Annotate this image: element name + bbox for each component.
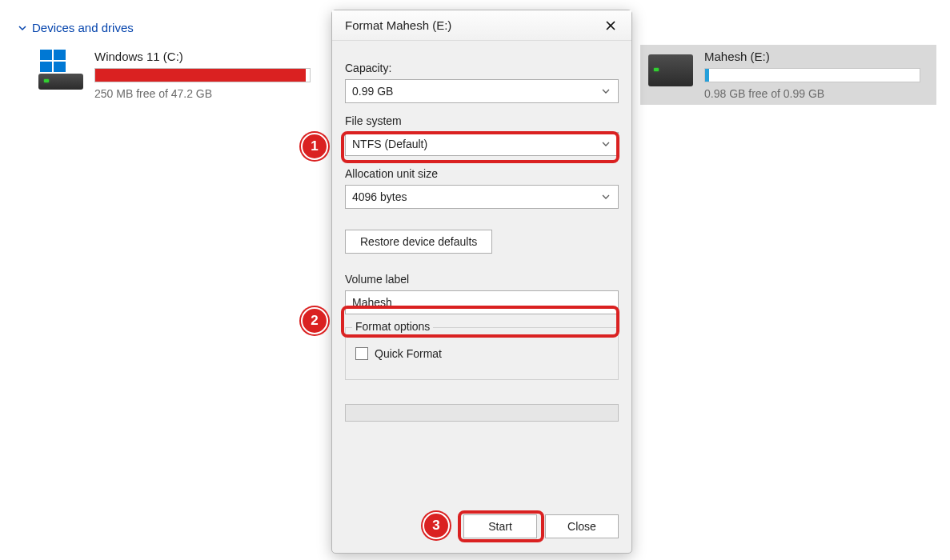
format-dialog: Format Mahesh (E:) Capacity: 0.99 GB Fil… — [331, 10, 632, 554]
close-button[interactable]: Close — [545, 514, 619, 538]
dialog-title-text: Format Mahesh (E:) — [345, 18, 451, 32]
allocation-select[interactable]: 4096 bytes — [345, 185, 619, 209]
start-button[interactable]: Start — [463, 514, 537, 538]
close-button-label: Close — [567, 520, 596, 533]
format-progress-bar — [345, 404, 619, 422]
dialog-titlebar[interactable]: Format Mahesh (E:) — [332, 10, 631, 41]
windows-drive-icon — [38, 50, 83, 90]
filesystem-select[interactable]: NTFS (Default) — [345, 132, 619, 156]
drive-e-usage-bar — [704, 68, 920, 82]
volume-label-label: Volume label — [345, 273, 619, 286]
restore-defaults-label: Restore device defaults — [360, 235, 477, 248]
drive-c-usage-bar — [94, 68, 311, 82]
filesystem-label: File system — [345, 114, 619, 127]
drive-item-e[interactable]: Mahesh (E:) 0.98 GB free of 0.99 GB — [640, 45, 936, 105]
quick-format-label: Quick Format — [375, 347, 442, 360]
format-options-group: Format options Quick Format — [345, 327, 619, 380]
drive-c-name: Windows 11 (C:) — [94, 50, 319, 63]
chevron-down-icon — [602, 85, 610, 98]
devices-and-drives-header[interactable]: Devices and drives — [18, 21, 134, 34]
annotation-badge-2: 2 — [301, 307, 328, 334]
chevron-down-icon — [602, 138, 610, 150]
capacity-value: 0.99 GB — [352, 85, 393, 98]
capacity-label: Capacity: — [345, 62, 619, 74]
drive-icon — [648, 54, 693, 86]
annotation-badge-1: 1 — [301, 133, 328, 160]
restore-defaults-button[interactable]: Restore device defaults — [345, 230, 492, 254]
quick-format-checkbox[interactable] — [355, 347, 368, 360]
capacity-select[interactable]: 0.99 GB — [345, 79, 619, 103]
drive-item-c[interactable]: Windows 11 (C:) 250 MB free of 47.2 GB — [30, 45, 327, 105]
chevron-down-icon — [602, 190, 610, 203]
drive-e-name: Mahesh (E:) — [704, 50, 928, 63]
section-title: Devices and drives — [32, 21, 134, 34]
drive-c-free-text: 250 MB free of 47.2 GB — [94, 87, 319, 100]
volume-label-value: Mahesh — [352, 296, 392, 309]
close-icon[interactable] — [598, 14, 623, 37]
annotation-badge-3: 3 — [423, 512, 450, 539]
volume-label-input[interactable]: Mahesh — [345, 290, 619, 314]
chevron-down-icon — [18, 23, 27, 33]
drive-e-free-text: 0.98 GB free of 0.99 GB — [704, 87, 928, 100]
allocation-label: Allocation unit size — [345, 167, 619, 180]
start-button-label: Start — [488, 520, 512, 533]
filesystem-value: NTFS (Default) — [352, 138, 427, 150]
allocation-value: 4096 bytes — [352, 190, 407, 203]
format-options-legend: Format options — [352, 320, 433, 333]
